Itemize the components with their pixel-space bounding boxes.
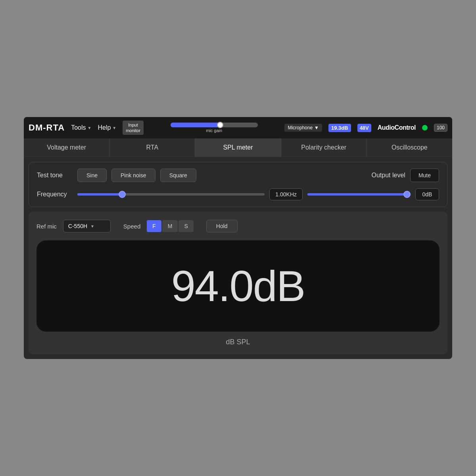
frequency-slider-knob[interactable]: [119, 191, 126, 198]
mic-gain-slider[interactable]: [171, 123, 258, 127]
speed-fast-button[interactable]: F: [147, 220, 161, 232]
speed-slow-button[interactable]: S: [178, 220, 193, 232]
battery-level: 100: [434, 124, 447, 132]
v48-badge: 48V: [357, 124, 371, 132]
hold-button[interactable]: Hold: [206, 220, 238, 232]
mute-button[interactable]: Mute: [410, 169, 439, 182]
tools-menu[interactable]: Tools ▼: [71, 124, 91, 131]
frequency-label: Frequency: [37, 191, 73, 198]
battery-icon: [422, 125, 428, 131]
frequency-slider-container: [77, 190, 265, 198]
mic-gain-label: mic gain: [206, 128, 222, 133]
frequency-slider-track[interactable]: [77, 193, 265, 196]
ref-mic-arrow-icon: ▼: [90, 224, 94, 228]
output-level-slider-fill: [307, 193, 411, 196]
output-level-slider-knob[interactable]: [403, 191, 411, 198]
tab-bar: Voltage meter RTA SPL meter Polarity che…: [24, 138, 452, 157]
tab-oscilloscope[interactable]: Oscilloscope: [367, 138, 452, 157]
speed-label: Speed: [123, 223, 140, 230]
help-arrow-icon: ▼: [112, 126, 116, 130]
test-tone-row: Test tone Sine Pink noise Square Output …: [37, 169, 439, 182]
output-level-value-display: 0dB: [415, 188, 439, 200]
frequency-row: Frequency 1.00KHz 0dB: [37, 188, 439, 200]
spl-value: 94.0dB: [52, 264, 424, 308]
pink-noise-button[interactable]: Pink noise: [111, 169, 155, 182]
spl-controls-row: Ref mic C-550H ▼ Speed F M S Hold: [36, 220, 440, 232]
spl-display: 94.0dB: [36, 240, 440, 332]
output-level-label: Output level: [371, 172, 405, 179]
spl-unit-label: dB SPL: [36, 338, 440, 346]
brand-logo: AudioControl: [378, 124, 416, 131]
ref-mic-label: Ref mic: [36, 223, 57, 230]
ref-mic-select[interactable]: C-550H ▼: [63, 220, 111, 232]
test-tone-label: Test tone: [37, 172, 73, 179]
tab-rta[interactable]: RTA: [109, 138, 195, 157]
tab-spl-meter[interactable]: SPL meter: [195, 138, 281, 157]
square-button[interactable]: Square: [160, 169, 196, 182]
app-title: DM-RTA: [29, 123, 65, 133]
speed-buttons-group: F M S: [147, 220, 194, 232]
mic-source-select[interactable]: Microphone ▼: [284, 124, 322, 132]
mic-gain-fill: [171, 123, 223, 127]
mic-source-arrow-icon: ▼: [314, 125, 319, 131]
spl-section: Ref mic C-550H ▼ Speed F M S Hold 94.0dB…: [29, 212, 447, 354]
tools-arrow-icon: ▼: [87, 126, 91, 130]
frequency-slider-fill: [77, 193, 122, 196]
input-monitor-button[interactable]: Inputmonitor: [123, 121, 144, 135]
top-bar: DM-RTA Tools ▼ Help ▼ Inputmonitor mic g…: [24, 117, 452, 138]
output-level-slider-track[interactable]: [307, 193, 411, 196]
test-tone-section: Test tone Sine Pink noise Square Output …: [29, 162, 447, 207]
mic-gain-knob[interactable]: [217, 122, 223, 128]
db-value-badge: 19.3dB: [328, 124, 351, 132]
sine-button[interactable]: Sine: [77, 169, 107, 182]
tab-voltage-meter[interactable]: Voltage meter: [24, 138, 109, 157]
help-menu[interactable]: Help ▼: [98, 124, 116, 131]
frequency-value-display: 1.00KHz: [269, 188, 303, 200]
tab-polarity-checker[interactable]: Polarity checker: [281, 138, 367, 157]
mic-gain-area: mic gain: [150, 123, 278, 133]
output-level-slider-container: [307, 190, 411, 198]
speed-medium-button[interactable]: M: [162, 220, 178, 232]
app-container: DM-RTA Tools ▼ Help ▼ Inputmonitor mic g…: [24, 117, 452, 359]
